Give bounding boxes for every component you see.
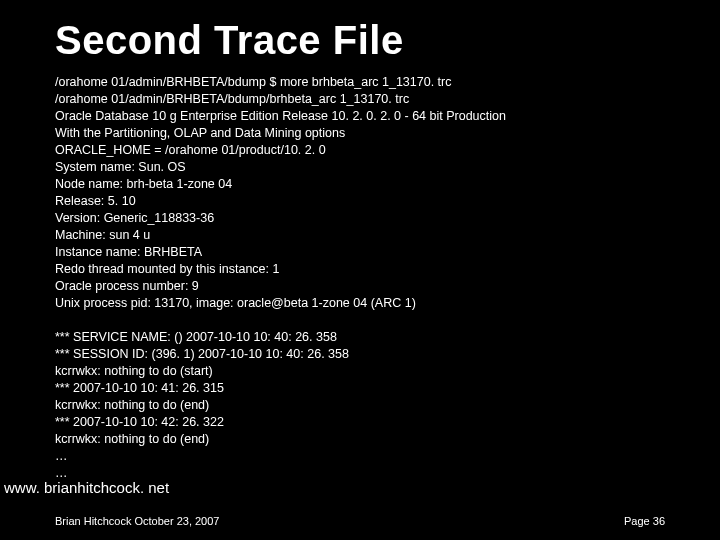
trace-line: *** 2007-10-10 10: 41: 26. 315 <box>55 380 675 397</box>
trace-line: ORACLE_HOME = /orahome 01/product/10. 2.… <box>55 142 675 159</box>
trace-line: Version: Generic_118833-36 <box>55 210 675 227</box>
slide-title: Second Trace File <box>55 18 404 63</box>
trace-line: With the Partitioning, OLAP and Data Min… <box>55 125 675 142</box>
trace-line: *** SERVICE NAME: () 2007-10-10 10: 40: … <box>55 329 675 346</box>
trace-line: Oracle Database 10 g Enterprise Edition … <box>55 108 675 125</box>
trace-line: /orahome 01/admin/BRHBETA/bdump/brhbeta_… <box>55 91 675 108</box>
trace-line: /orahome 01/admin/BRHBETA/bdump $ more b… <box>55 74 675 91</box>
footer-author-date: Brian Hitchcock October 23, 2007 <box>55 515 219 527</box>
trace-line: Unix process pid: 13170, image: oracle@b… <box>55 295 675 312</box>
trace-line: System name: Sun. OS <box>55 159 675 176</box>
trace-line: *** 2007-10-10 10: 42: 26. 322 <box>55 414 675 431</box>
trace-line: Instance name: BRHBETA <box>55 244 675 261</box>
trace-line: Oracle process number: 9 <box>55 278 675 295</box>
trace-line: kcrrwkx: nothing to do (start) <box>55 363 675 380</box>
trace-line: Node name: brh-beta 1-zone 04 <box>55 176 675 193</box>
trace-line: kcrrwkx: nothing to do (end) <box>55 431 675 448</box>
footer-page-number: Page 36 <box>624 515 665 527</box>
trace-line: *** SESSION ID: (396. 1) 2007-10-10 10: … <box>55 346 675 363</box>
slide: Second Trace File /orahome 01/admin/BRHB… <box>0 0 720 540</box>
trace-line: Redo thread mounted by this instance: 1 <box>55 261 675 278</box>
trace-line: Machine: sun 4 u <box>55 227 675 244</box>
footer-url: www. brianhitchcock. net <box>4 479 169 496</box>
trace-line: kcrrwkx: nothing to do (end) <box>55 397 675 414</box>
trace-line: … <box>55 448 675 465</box>
slide-body: /orahome 01/admin/BRHBETA/bdump $ more b… <box>55 74 675 482</box>
trace-line: Release: 5. 10 <box>55 193 675 210</box>
